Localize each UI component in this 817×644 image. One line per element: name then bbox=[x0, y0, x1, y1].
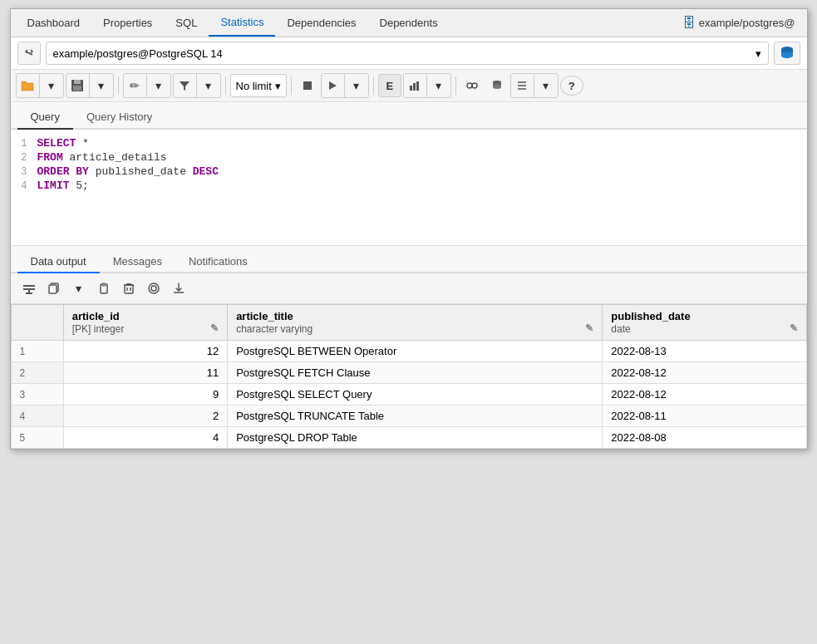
tab-dashboard[interactable]: Dashboard bbox=[16, 10, 92, 36]
table-row[interactable]: 54PostgreSQL DROP Table2022-08-08 bbox=[11, 427, 806, 449]
svg-point-30 bbox=[149, 283, 159, 293]
main-toolbar: ▾ ▾ ✏ ▾ ▾ bbox=[11, 70, 807, 102]
open-file-btn[interactable] bbox=[17, 74, 40, 97]
table-row[interactable]: 39PostgreSQL SELECT Query2022-08-12 bbox=[11, 384, 806, 406]
row-num-cell: 2 bbox=[11, 362, 63, 384]
run-btn[interactable] bbox=[322, 74, 345, 97]
table-body: 112PostgreSQL BETWEEN Operator2022-08-13… bbox=[11, 341, 806, 449]
data-table-wrapper: article_id [PK] integer ✎ article_title … bbox=[11, 304, 807, 449]
line-content-3: ORDER BY published_date DESC bbox=[37, 165, 219, 178]
open-file-dropdown[interactable]: ▾ bbox=[40, 74, 63, 97]
line-num-2: 2 bbox=[11, 152, 37, 164]
run-dropdown[interactable]: ▾ bbox=[345, 74, 368, 97]
tab-dependencies[interactable]: Dependencies bbox=[275, 10, 367, 36]
val-table: article_details bbox=[63, 151, 167, 164]
separator-3 bbox=[291, 76, 292, 95]
connection-bar: example/postgres@PostgreSQL 14 ▾ bbox=[11, 37, 807, 70]
filter-group: ▾ bbox=[173, 73, 221, 98]
table-row[interactable]: 112PostgreSQL BETWEEN Operator2022-08-13 bbox=[11, 341, 806, 362]
no-limit-dropdown[interactable]: No limit ▾ bbox=[230, 74, 287, 97]
bar-chart-icon bbox=[409, 80, 421, 91]
filter-icon bbox=[179, 80, 190, 91]
cell-article-title: PostgreSQL TRUNCATE Table bbox=[228, 406, 603, 427]
list-icon bbox=[516, 80, 528, 91]
add-row-btn[interactable] bbox=[17, 277, 41, 300]
col-edit-icon-article-title[interactable]: ✎ bbox=[585, 322, 593, 334]
svg-rect-18 bbox=[23, 288, 35, 290]
stop-btn[interactable] bbox=[296, 74, 319, 97]
download-btn[interactable] bbox=[167, 277, 190, 300]
svg-rect-5 bbox=[303, 81, 312, 90]
svg-rect-22 bbox=[49, 285, 57, 293]
db-stack-btn[interactable] bbox=[485, 74, 509, 97]
tab-properties[interactable]: Properties bbox=[91, 10, 164, 36]
row-num-cell: 1 bbox=[11, 341, 63, 362]
cell-published-date: 2022-08-12 bbox=[603, 384, 806, 406]
sql-editor[interactable]: 1 SELECT * 2 FROM article_details 3 ORDE… bbox=[11, 130, 807, 246]
output-tab-data[interactable]: Data output bbox=[17, 251, 100, 273]
data-toolbar: ▾ bbox=[11, 273, 807, 304]
copy-dropdown[interactable]: ▾ bbox=[67, 277, 91, 300]
svg-rect-7 bbox=[410, 86, 412, 91]
cell-published-date: 2022-08-12 bbox=[603, 362, 806, 384]
svg-rect-24 bbox=[102, 283, 106, 286]
separator-2 bbox=[225, 76, 226, 95]
output-tab-notifications[interactable]: Notifications bbox=[175, 251, 261, 273]
connection-select-text: example/postgres@PostgreSQL 14 bbox=[53, 47, 755, 60]
save-dropdown[interactable]: ▾ bbox=[90, 74, 113, 97]
svg-point-31 bbox=[151, 286, 156, 291]
query-tab-query[interactable]: Query bbox=[17, 106, 73, 130]
connection-manage-btn[interactable] bbox=[460, 74, 484, 97]
svg-marker-6 bbox=[329, 81, 337, 90]
save-data-btn[interactable] bbox=[142, 277, 165, 300]
col-header-published-date: published_date date ✎ bbox=[603, 305, 806, 341]
svg-rect-20 bbox=[26, 293, 32, 294]
cell-article-id: 4 bbox=[63, 427, 227, 449]
tab-sql[interactable]: SQL bbox=[164, 10, 209, 36]
paste-btn[interactable] bbox=[92, 277, 116, 300]
connection-select[interactable]: example/postgres@PostgreSQL 14 ▾ bbox=[46, 42, 769, 65]
unlink-icon-btn[interactable] bbox=[17, 42, 41, 65]
filter-dropdown[interactable]: ▾ bbox=[197, 74, 220, 97]
chevron-down-icon: ▾ bbox=[755, 47, 761, 60]
folder-icon bbox=[21, 79, 34, 92]
download-icon bbox=[173, 283, 185, 294]
val-orderby-col: published_date bbox=[89, 165, 193, 178]
connection-name-nav: example/postgres@ bbox=[699, 17, 795, 29]
db-stack-icon bbox=[490, 79, 504, 92]
cell-published-date: 2022-08-11 bbox=[603, 406, 806, 427]
macros-dropdown[interactable]: ▾ bbox=[534, 74, 558, 97]
manage-connections-icon bbox=[465, 79, 479, 92]
macros-btn[interactable] bbox=[511, 74, 534, 97]
copy-row-btn[interactable] bbox=[42, 277, 66, 300]
cell-article-id: 2 bbox=[63, 406, 227, 427]
col-edit-icon-published-date[interactable]: ✎ bbox=[790, 322, 798, 334]
row-num-cell: 5 bbox=[11, 427, 63, 449]
separator-5 bbox=[455, 76, 456, 95]
save-data-icon bbox=[147, 282, 160, 295]
edit-dropdown[interactable]: ▾ bbox=[147, 74, 170, 97]
explain-btn[interactable]: E bbox=[378, 74, 401, 97]
chart-btn[interactable] bbox=[404, 74, 427, 97]
col-type-article-title: character varying bbox=[236, 323, 313, 335]
filter-btn[interactable] bbox=[174, 74, 197, 97]
kw-from: FROM bbox=[37, 151, 63, 164]
line-content-2: FROM article_details bbox=[37, 151, 167, 164]
table-row[interactable]: 42PostgreSQL TRUNCATE Table2022-08-11 bbox=[11, 406, 806, 427]
table-row[interactable]: 211PostgreSQL FETCH Clause2022-08-12 bbox=[11, 362, 806, 384]
chart-dropdown[interactable]: ▾ bbox=[427, 74, 450, 97]
delete-row-btn[interactable] bbox=[117, 277, 140, 300]
col-edit-icon-article-id[interactable]: ✎ bbox=[210, 322, 219, 334]
save-btn[interactable] bbox=[66, 74, 90, 97]
query-tab-history[interactable]: Query History bbox=[73, 106, 165, 130]
add-row-icon bbox=[22, 282, 36, 295]
edit-btn[interactable]: ✏ bbox=[124, 74, 147, 97]
help-btn[interactable]: ? bbox=[560, 76, 583, 96]
col-type-article-id: [PK] integer bbox=[72, 323, 125, 335]
row-num-cell: 4 bbox=[11, 406, 63, 427]
output-tab-messages[interactable]: Messages bbox=[100, 251, 175, 273]
tab-dependents[interactable]: Dependents bbox=[368, 10, 450, 36]
kw-select: SELECT bbox=[37, 137, 76, 150]
database-icon-btn[interactable] bbox=[774, 42, 800, 65]
tab-statistics[interactable]: Statistics bbox=[209, 9, 275, 37]
